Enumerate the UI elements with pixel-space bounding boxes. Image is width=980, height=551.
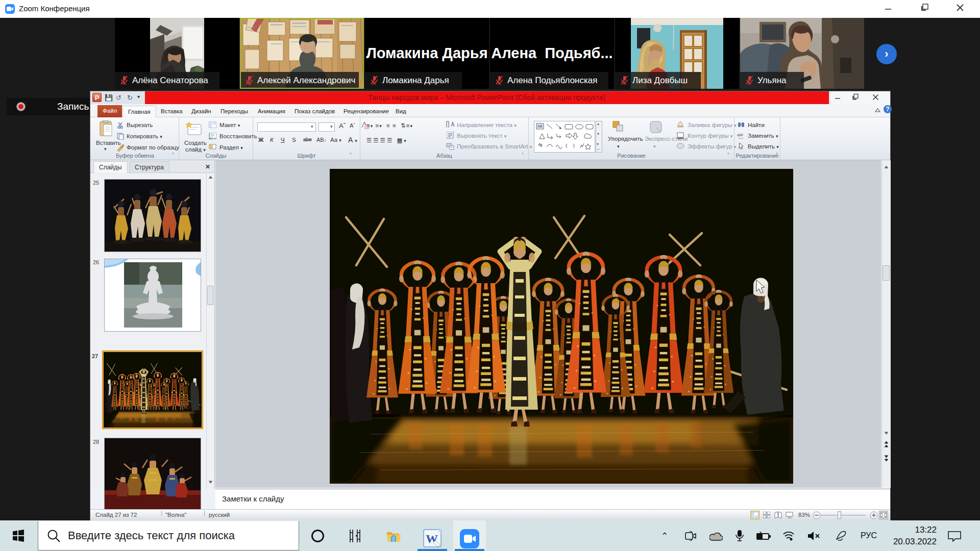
svg-text:AB: AB bbox=[537, 124, 543, 128]
svg-text:c: c bbox=[741, 132, 743, 137]
